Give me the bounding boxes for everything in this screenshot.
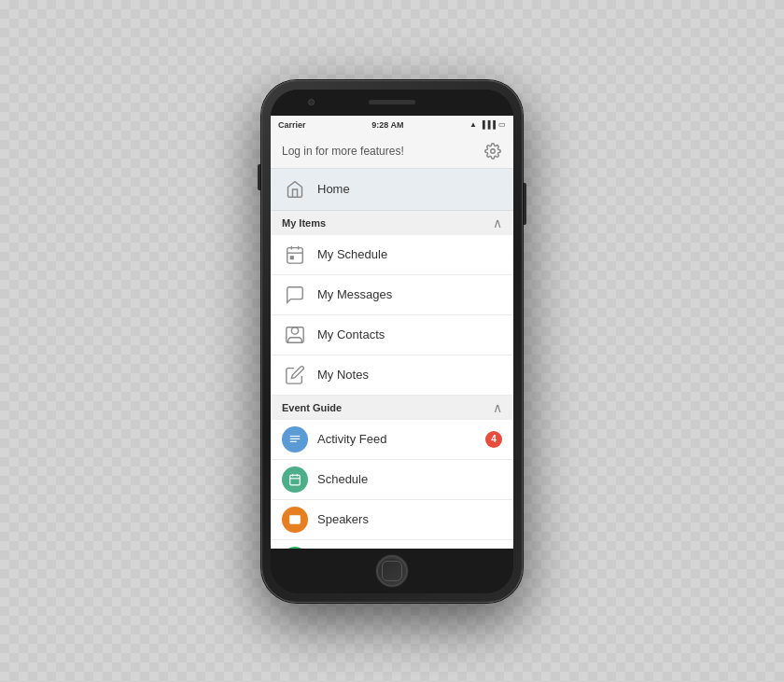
svg-point-6 <box>291 327 298 333</box>
my-contacts-item[interactable]: My Contacts <box>271 315 513 355</box>
my-schedule-label: My Schedule <box>317 247 502 261</box>
speakers-item[interactable]: Speakers <box>271 500 513 540</box>
speakers-icon <box>282 507 308 533</box>
svg-rect-7 <box>287 327 303 342</box>
event-guide-header[interactable]: Event Guide ∧ <box>271 396 513 420</box>
svg-point-0 <box>491 148 496 153</box>
phone-bottom <box>271 549 513 593</box>
phone-top-bar <box>271 90 513 116</box>
my-schedule-icon <box>282 242 308 268</box>
signal-icon: ▐▐▐ <box>480 120 496 129</box>
status-icons: ▲ ▐▐▐ ▭ <box>469 120 506 129</box>
event-guide-chevron: ∧ <box>493 400 502 415</box>
my-contacts-icon <box>282 322 308 348</box>
home-row[interactable]: Home <box>271 169 513 211</box>
phone-screen: Carrier 9:28 AM ▲ ▐▐▐ ▭ Log in for more … <box>271 116 513 549</box>
my-schedule-item[interactable]: My Schedule <box>271 235 513 275</box>
svg-rect-8 <box>290 435 301 436</box>
carrier-text: Carrier <box>278 120 306 130</box>
svg-rect-5 <box>290 256 293 258</box>
activity-feed-icon <box>282 426 308 452</box>
my-messages-icon <box>282 282 308 308</box>
my-notes-item[interactable]: My Notes <box>271 355 513 396</box>
schedule-icon <box>282 466 308 493</box>
my-contacts-label: My Contacts <box>317 327 502 341</box>
svg-rect-11 <box>290 475 301 484</box>
my-items-chevron: ∧ <box>493 216 502 230</box>
settings-icon[interactable] <box>483 142 502 160</box>
my-items-title: My Items <box>282 217 326 229</box>
phone-device: Carrier 9:28 AM ▲ ▐▐▐ ▭ Log in for more … <box>261 80 523 603</box>
svg-point-16 <box>293 518 297 522</box>
activity-feed-badge: 4 <box>485 431 502 448</box>
phone-camera <box>308 99 315 105</box>
home-button-inner <box>382 561 402 581</box>
my-messages-label: My Messages <box>317 287 502 301</box>
activity-feed-item[interactable]: Activity Feed 4 <box>271 420 513 460</box>
svg-rect-9 <box>290 438 301 438</box>
menu-header: Log in for more features! <box>271 134 513 169</box>
home-icon <box>282 176 308 202</box>
event-guide-title: Event Guide <box>282 402 342 413</box>
sponsors-item[interactable]: Sponsors <box>271 540 513 549</box>
my-notes-label: My Notes <box>317 368 502 382</box>
activity-feed-label: Activity Feed <box>317 432 476 446</box>
phone-speaker <box>369 100 415 104</box>
svg-rect-10 <box>290 440 297 441</box>
schedule-item[interactable]: Schedule <box>271 460 513 500</box>
status-bar: Carrier 9:28 AM ▲ ▐▐▐ ▭ <box>271 116 513 134</box>
status-time: 9:28 AM <box>371 120 403 130</box>
sponsors-icon <box>282 547 308 549</box>
my-messages-item[interactable]: My Messages <box>271 275 513 315</box>
login-prompt: Log in for more features! <box>282 145 404 158</box>
svg-rect-1 <box>287 247 303 263</box>
schedule-label: Schedule <box>317 472 502 486</box>
home-label: Home <box>317 182 350 196</box>
wifi-icon: ▲ <box>469 120 477 129</box>
battery-icon: ▭ <box>498 120 506 129</box>
home-button[interactable] <box>376 555 408 587</box>
my-notes-icon <box>282 362 308 388</box>
my-items-header[interactable]: My Items ∧ <box>271 211 513 235</box>
speakers-label: Speakers <box>317 512 502 526</box>
